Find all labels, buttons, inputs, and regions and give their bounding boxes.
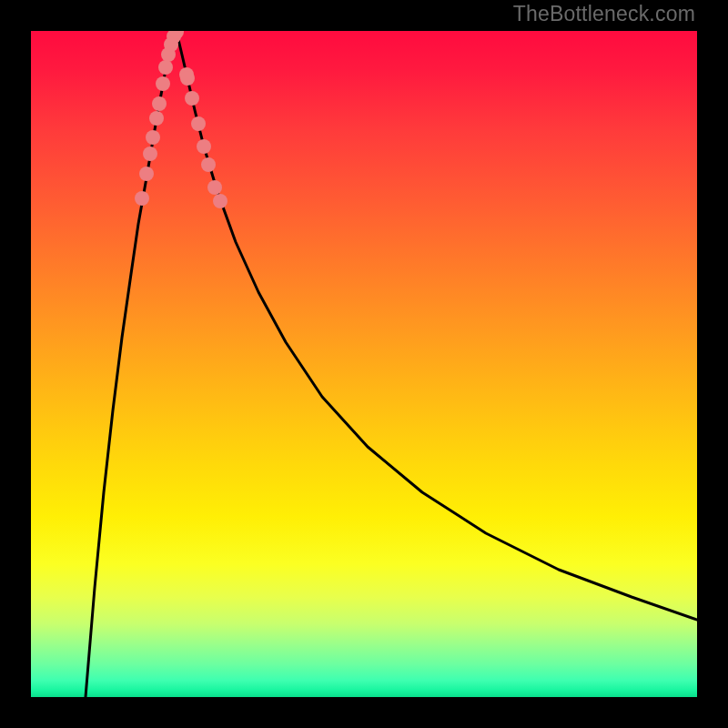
marker-point	[135, 191, 149, 206]
marker-point	[197, 139, 211, 154]
marker-point	[158, 60, 173, 75]
marker-point	[152, 96, 167, 111]
markers-group	[135, 31, 228, 208]
marker-point	[180, 71, 195, 86]
marker-point	[207, 180, 222, 195]
plot-area	[31, 31, 697, 697]
curves-group	[86, 32, 697, 697]
marker-point	[146, 130, 160, 145]
marker-point	[191, 116, 206, 131]
chart-svg	[31, 31, 697, 697]
series-right-curve	[177, 32, 697, 620]
marker-point	[185, 91, 199, 106]
chart-frame: TheBottleneck.com	[0, 0, 728, 728]
watermark-text: TheBottleneck.com	[513, 2, 695, 26]
marker-point	[201, 157, 216, 172]
series-left-curve	[86, 32, 177, 697]
marker-point	[143, 147, 157, 161]
marker-point	[213, 194, 228, 208]
marker-point	[149, 111, 164, 126]
marker-point	[156, 76, 170, 91]
marker-point	[139, 167, 154, 181]
